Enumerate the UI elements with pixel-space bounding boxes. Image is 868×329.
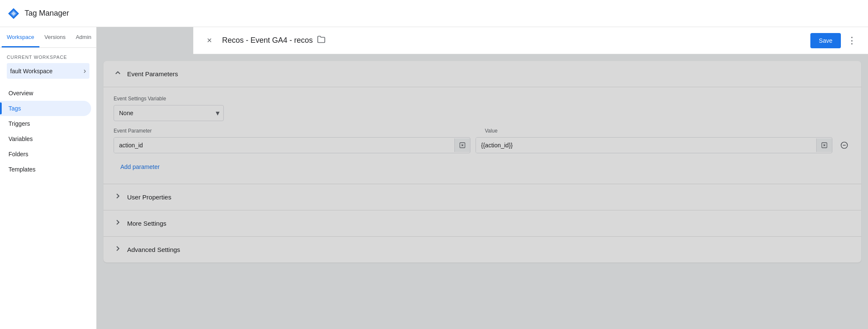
- main-layout: Workspace Versions Admin CURRENT WORKSPA…: [0, 27, 868, 329]
- save-button[interactable]: Save: [810, 33, 841, 48]
- sidebar: Workspace Versions Admin CURRENT WORKSPA…: [0, 27, 97, 329]
- overlay-header: × Recos - Event GA4 - recos Save ⋮: [193, 27, 868, 54]
- sidebar-item-triggers-label: Triggers: [8, 120, 30, 127]
- workspace-item[interactable]: fault Workspace ›: [7, 63, 89, 79]
- overlay-title: Recos - Event GA4 - recos: [222, 35, 810, 46]
- sidebar-item-templates[interactable]: Templates: [0, 162, 91, 177]
- sidebar-item-overview-label: Overview: [8, 90, 33, 97]
- sidebar-item-folders[interactable]: Folders: [0, 147, 91, 162]
- sidebar-item-variables[interactable]: Variables: [0, 131, 91, 147]
- close-button[interactable]: ×: [202, 33, 217, 48]
- workspace-name: fault Workspace: [10, 68, 53, 75]
- main-area: × Recos - Event GA4 - recos Save ⋮: [97, 27, 868, 329]
- sidebar-item-variables-label: Variables: [8, 135, 33, 142]
- workspace-chevron-icon: ›: [83, 66, 86, 75]
- workspace-section: CURRENT WORKSPACE fault Workspace ›: [0, 48, 96, 82]
- sidebar-tabs: Workspace Versions Admin: [0, 27, 96, 48]
- sidebar-tab-workspace[interactable]: Workspace: [2, 27, 39, 47]
- app-title: Tag Manager: [25, 9, 69, 18]
- close-icon: ×: [207, 36, 212, 45]
- folder-icon[interactable]: [317, 35, 326, 46]
- more-options-button[interactable]: ⋮: [844, 33, 860, 48]
- sidebar-nav: Overview Tags Triggers Variables Folders…: [0, 82, 96, 329]
- top-bar: Tag Manager: [0, 0, 868, 27]
- sidebar-tab-versions[interactable]: Versions: [39, 27, 71, 47]
- sidebar-tab-admin[interactable]: Admin: [71, 27, 97, 47]
- dim-overlay: [97, 27, 868, 329]
- sidebar-item-folders-label: Folders: [8, 151, 28, 158]
- sidebar-item-triggers[interactable]: Triggers: [0, 116, 91, 131]
- sidebar-item-templates-label: Templates: [8, 166, 36, 173]
- more-options-icon: ⋮: [847, 35, 857, 46]
- workspace-label: CURRENT WORKSPACE: [7, 55, 89, 60]
- app-logo: Tag Manager: [7, 7, 69, 20]
- sidebar-item-tags[interactable]: Tags: [0, 101, 91, 116]
- tag-title-text: Recos - Event GA4 - recos: [222, 36, 313, 45]
- gtm-logo-icon: [7, 7, 20, 20]
- sidebar-item-overview[interactable]: Overview: [0, 86, 91, 101]
- sidebar-item-tags-label: Tags: [8, 105, 21, 112]
- overlay-actions: Save ⋮: [810, 33, 860, 48]
